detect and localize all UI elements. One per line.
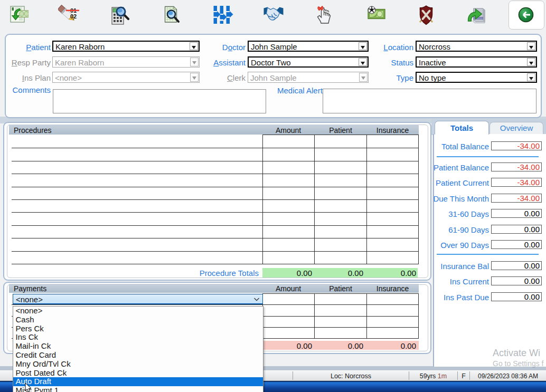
svg-text:02: 02 (70, 13, 77, 20)
